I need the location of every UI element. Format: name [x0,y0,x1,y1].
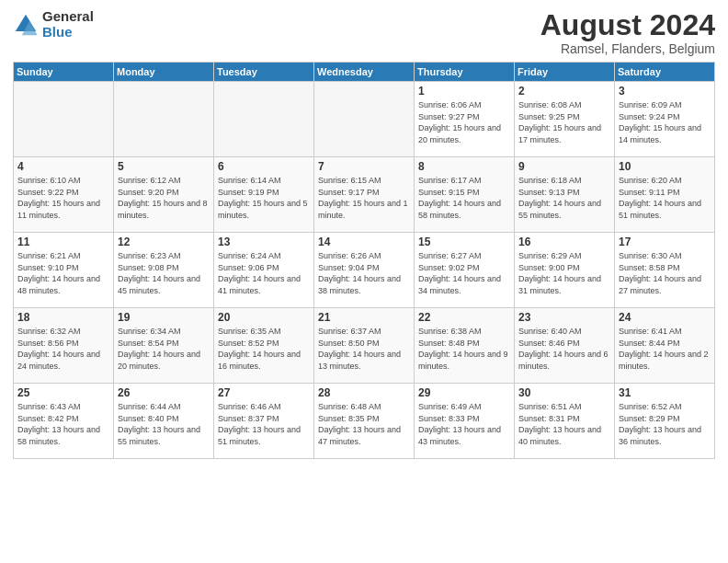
day-number: 2 [518,85,610,98]
day-info: Sunrise: 6:23 AMSunset: 9:08 PMDaylight:… [118,250,210,296]
day-number: 16 [518,236,610,248]
day-number: 21 [318,311,410,324]
page-container: General Blue August 2024 Ramsel, Flander… [0,0,728,563]
day-info: Sunrise: 6:49 AMSunset: 8:33 PMDaylight:… [418,401,510,447]
day-number: 31 [619,386,711,399]
col-sunday: Sunday [14,63,114,82]
col-friday: Friday [515,63,615,82]
day-number: 30 [518,386,610,399]
col-tuesday: Tuesday [214,63,314,82]
day-number: 5 [118,160,210,173]
calendar-cell-4-0: 25Sunrise: 6:43 AMSunset: 8:42 PMDayligh… [14,384,114,459]
week-row-2: 4Sunrise: 6:10 AMSunset: 9:22 PMDaylight… [14,157,715,233]
day-info: Sunrise: 6:24 AMSunset: 9:06 PMDaylight:… [218,250,310,296]
calendar-cell-3-2: 20Sunrise: 6:35 AMSunset: 8:52 PMDayligh… [214,308,314,384]
day-info: Sunrise: 6:20 AMSunset: 9:11 PMDaylight:… [619,175,711,221]
calendar-cell-1-0: 4Sunrise: 6:10 AMSunset: 9:22 PMDaylight… [14,157,114,233]
calendar-cell-1-6: 10Sunrise: 6:20 AMSunset: 9:11 PMDayligh… [615,157,715,233]
calendar-table: Sunday Monday Tuesday Wednesday Thursday… [13,62,715,459]
calendar-header-row: Sunday Monday Tuesday Wednesday Thursday… [14,63,715,82]
day-info: Sunrise: 6:30 AMSunset: 8:58 PMDaylight:… [619,250,711,296]
calendar-cell-1-3: 7Sunrise: 6:15 AMSunset: 9:17 PMDaylight… [314,157,415,233]
calendar-cell-0-4: 1Sunrise: 6:06 AMSunset: 9:27 PMDaylight… [415,82,515,157]
day-number: 26 [118,386,210,399]
page-header: General Blue August 2024 Ramsel, Flander… [13,9,715,56]
day-number: 3 [619,85,711,98]
day-number: 22 [418,311,510,324]
day-number: 24 [619,311,711,324]
day-info: Sunrise: 6:18 AMSunset: 9:13 PMDaylight:… [518,175,610,221]
day-number: 20 [218,311,310,324]
day-number: 1 [418,85,510,98]
calendar-cell-1-5: 9Sunrise: 6:18 AMSunset: 9:13 PMDaylight… [515,157,615,233]
calendar-cell-2-0: 11Sunrise: 6:21 AMSunset: 9:10 PMDayligh… [14,233,114,308]
day-number: 19 [118,311,210,324]
calendar-cell-1-2: 6Sunrise: 6:14 AMSunset: 9:19 PMDaylight… [214,157,314,233]
day-number: 27 [218,386,310,399]
week-row-1: 1Sunrise: 6:06 AMSunset: 9:27 PMDaylight… [14,82,715,157]
day-info: Sunrise: 6:09 AMSunset: 9:24 PMDaylight:… [619,99,711,145]
calendar-cell-3-6: 24Sunrise: 6:41 AMSunset: 8:44 PMDayligh… [615,308,715,384]
logo-blue-text: Blue [42,25,94,40]
calendar-cell-3-4: 22Sunrise: 6:38 AMSunset: 8:48 PMDayligh… [415,308,515,384]
calendar-cell-3-3: 21Sunrise: 6:37 AMSunset: 8:50 PMDayligh… [314,308,415,384]
day-info: Sunrise: 6:10 AMSunset: 9:22 PMDaylight:… [17,175,109,221]
day-number: 11 [17,236,109,248]
day-number: 14 [318,236,410,248]
day-number: 25 [17,386,109,399]
day-number: 6 [218,160,310,173]
day-info: Sunrise: 6:34 AMSunset: 8:54 PMDaylight:… [118,326,210,372]
day-number: 28 [318,386,410,399]
day-info: Sunrise: 6:44 AMSunset: 8:40 PMDaylight:… [118,401,210,447]
day-number: 12 [118,236,210,248]
day-info: Sunrise: 6:37 AMSunset: 8:50 PMDaylight:… [318,326,410,372]
calendar-cell-4-3: 28Sunrise: 6:48 AMSunset: 8:35 PMDayligh… [314,384,415,459]
col-monday: Monday [114,63,214,82]
title-area: August 2024 Ramsel, Flanders, Belgium [540,9,715,56]
logo-general-text: General [42,9,94,25]
day-info: Sunrise: 6:46 AMSunset: 8:37 PMDaylight:… [218,401,310,447]
calendar-cell-4-4: 29Sunrise: 6:49 AMSunset: 8:33 PMDayligh… [415,384,515,459]
day-info: Sunrise: 6:06 AMSunset: 9:27 PMDaylight:… [418,99,510,145]
calendar-cell-4-5: 30Sunrise: 6:51 AMSunset: 8:31 PMDayligh… [515,384,615,459]
calendar-cell-2-5: 16Sunrise: 6:29 AMSunset: 9:00 PMDayligh… [515,233,615,308]
day-info: Sunrise: 6:52 AMSunset: 8:29 PMDaylight:… [619,401,711,447]
logo-icon [13,12,39,38]
day-info: Sunrise: 6:43 AMSunset: 8:42 PMDaylight:… [17,401,109,447]
day-info: Sunrise: 6:35 AMSunset: 8:52 PMDaylight:… [218,326,310,372]
calendar-cell-4-2: 27Sunrise: 6:46 AMSunset: 8:37 PMDayligh… [214,384,314,459]
day-info: Sunrise: 6:48 AMSunset: 8:35 PMDaylight:… [318,401,410,447]
page-subtitle: Ramsel, Flanders, Belgium [540,41,715,56]
calendar-cell-2-1: 12Sunrise: 6:23 AMSunset: 9:08 PMDayligh… [114,233,214,308]
day-number: 15 [418,236,510,248]
calendar-cell-2-3: 14Sunrise: 6:26 AMSunset: 9:04 PMDayligh… [314,233,415,308]
day-info: Sunrise: 6:26 AMSunset: 9:04 PMDaylight:… [318,250,410,296]
day-info: Sunrise: 6:41 AMSunset: 8:44 PMDaylight:… [619,326,711,372]
calendar-cell-0-6: 3Sunrise: 6:09 AMSunset: 9:24 PMDaylight… [615,82,715,157]
day-info: Sunrise: 6:29 AMSunset: 9:00 PMDaylight:… [518,250,610,296]
calendar-cell-3-5: 23Sunrise: 6:40 AMSunset: 8:46 PMDayligh… [515,308,615,384]
calendar-cell-4-1: 26Sunrise: 6:44 AMSunset: 8:40 PMDayligh… [114,384,214,459]
calendar-cell-0-2 [214,82,314,157]
col-thursday: Thursday [415,63,515,82]
day-info: Sunrise: 6:38 AMSunset: 8:48 PMDaylight:… [418,326,510,372]
calendar-cell-0-1 [114,82,214,157]
day-info: Sunrise: 6:27 AMSunset: 9:02 PMDaylight:… [418,250,510,296]
day-number: 10 [619,160,711,173]
calendar-cell-1-1: 5Sunrise: 6:12 AMSunset: 9:20 PMDaylight… [114,157,214,233]
day-info: Sunrise: 6:17 AMSunset: 9:15 PMDaylight:… [418,175,510,221]
week-row-3: 11Sunrise: 6:21 AMSunset: 9:10 PMDayligh… [14,233,715,308]
calendar-cell-0-3 [314,82,415,157]
calendar-cell-2-6: 17Sunrise: 6:30 AMSunset: 8:58 PMDayligh… [615,233,715,308]
day-info: Sunrise: 6:40 AMSunset: 8:46 PMDaylight:… [518,326,610,372]
calendar-cell-2-2: 13Sunrise: 6:24 AMSunset: 9:06 PMDayligh… [214,233,314,308]
day-info: Sunrise: 6:51 AMSunset: 8:31 PMDaylight:… [518,401,610,447]
calendar-cell-2-4: 15Sunrise: 6:27 AMSunset: 9:02 PMDayligh… [415,233,515,308]
day-number: 4 [17,160,109,173]
calendar-cell-3-0: 18Sunrise: 6:32 AMSunset: 8:56 PMDayligh… [14,308,114,384]
day-info: Sunrise: 6:15 AMSunset: 9:17 PMDaylight:… [318,175,410,221]
day-number: 13 [218,236,310,248]
calendar-cell-3-1: 19Sunrise: 6:34 AMSunset: 8:54 PMDayligh… [114,308,214,384]
calendar-cell-0-5: 2Sunrise: 6:08 AMSunset: 9:25 PMDaylight… [515,82,615,157]
col-wednesday: Wednesday [314,63,415,82]
